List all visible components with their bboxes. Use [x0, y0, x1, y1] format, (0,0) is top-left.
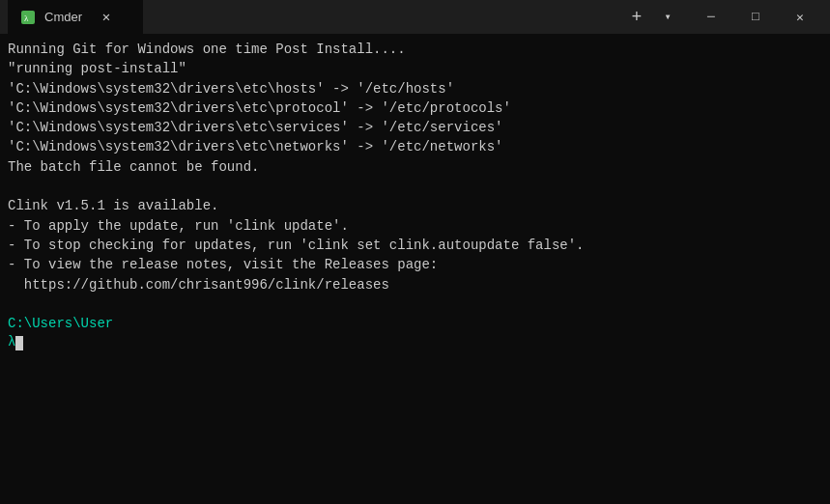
- output-line-4: 'C:\Windows\system32\drivers\etc\protoco…: [8, 98, 822, 118]
- svg-text:λ: λ: [24, 14, 29, 23]
- tab-title: Cmder: [44, 10, 82, 24]
- output-line-11: - To view the release notes, visit the R…: [8, 255, 822, 274]
- active-tab[interactable]: λ Cmder ✕: [8, 0, 143, 34]
- dropdown-button[interactable]: ▾: [654, 4, 681, 31]
- output-line-10: - To stop checking for updates, run 'cli…: [8, 236, 822, 255]
- blank-line-1: [8, 177, 822, 196]
- tab-icon: λ: [19, 9, 37, 26]
- titlebar-actions: + ▾: [623, 4, 681, 31]
- output-line-9: - To apply the update, run 'clink update…: [8, 216, 822, 236]
- minimize-button[interactable]: ─: [689, 0, 733, 34]
- prompt-lambda: λ: [8, 333, 15, 352]
- output-line-12: https://github.com/chrisant996/clink/rel…: [8, 275, 822, 294]
- output-line-6: 'C:\Windows\system32\drivers\etc\network…: [8, 137, 822, 156]
- prompt-line[interactable]: λ: [8, 333, 822, 352]
- prompt-path: C:\Users\User: [8, 314, 822, 333]
- terminal-window: λ Cmder ✕ + ▾ ─ □ ✕ Running Git for Wind…: [0, 0, 830, 504]
- terminal-cursor: [15, 336, 23, 350]
- output-line-5: 'C:\Windows\system32\drivers\etc\service…: [8, 118, 822, 137]
- maximize-button[interactable]: □: [733, 0, 778, 34]
- output-line-2: "running post-install": [8, 59, 822, 78]
- tab-close-button[interactable]: ✕: [98, 9, 115, 26]
- new-tab-button[interactable]: +: [623, 4, 650, 31]
- blank-line-2: [8, 294, 822, 314]
- output-line-7: The batch file cannot be found.: [8, 157, 822, 177]
- output-line-1: Running Git for Windows one time Post In…: [8, 40, 822, 59]
- terminal-content[interactable]: Running Git for Windows one time Post In…: [0, 34, 830, 504]
- output-line-8: Clink v1.5.1 is available.: [8, 196, 822, 215]
- titlebar: λ Cmder ✕ + ▾ ─ □ ✕: [0, 0, 830, 34]
- output-line-3: 'C:\Windows\system32\drivers\etc\hosts' …: [8, 79, 822, 98]
- window-controls: ─ □ ✕: [689, 0, 822, 34]
- close-button[interactable]: ✕: [778, 0, 822, 34]
